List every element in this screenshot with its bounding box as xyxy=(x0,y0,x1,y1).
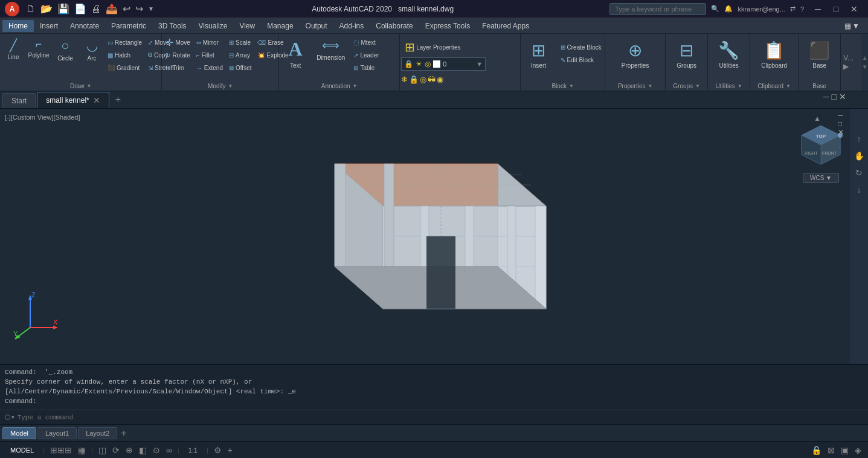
layer-dropdown[interactable]: 🔒 ☀ ◎ 0 ▼ xyxy=(401,57,486,71)
menu-3d-tools[interactable]: 3D Tools xyxy=(152,20,192,32)
print-icon[interactable]: 🖨 xyxy=(89,2,103,16)
status-viewport-icon[interactable]: ⊠ xyxy=(826,445,837,455)
zoom-in-btn[interactable]: ↑ xyxy=(852,132,866,146)
open-icon[interactable]: 📂 xyxy=(39,2,54,16)
ribbon-btn-insert[interactable]: ⊞ Insert xyxy=(522,39,556,80)
menu-add-ins[interactable]: Add-ins xyxy=(333,20,370,32)
ribbon-btn-offset[interactable]: ⊠Offset xyxy=(227,62,254,74)
block-dropdown-arrow[interactable]: ▼ xyxy=(569,83,574,89)
status-lock-icon[interactable]: 🔒 xyxy=(809,445,823,455)
menu-insert[interactable]: Insert xyxy=(34,20,64,32)
layer-dropdown-arrow[interactable]: ▼ xyxy=(476,60,483,68)
ribbon-btn-utilities[interactable]: 🔧 Utilities xyxy=(713,39,744,80)
search-input[interactable] xyxy=(609,3,706,15)
ribbon-btn-array[interactable]: ⊟Array xyxy=(227,49,254,61)
viewport-min-icon[interactable]: ─ xyxy=(823,92,829,102)
ribbon-btn-create-block[interactable]: ⊞Create Block xyxy=(558,41,604,53)
status-plus-icon[interactable]: + xyxy=(226,445,234,455)
layer-hide-icon[interactable]: 🕶 xyxy=(428,75,436,84)
pan-btn[interactable]: ✋ xyxy=(852,149,866,163)
ribbon-btn-fillet[interactable]: ⌐Fillet xyxy=(194,49,225,61)
modify-dropdown-arrow[interactable]: ▼ xyxy=(228,83,233,89)
menu-parametric[interactable]: Parametric xyxy=(105,20,152,32)
menu-output[interactable]: Output xyxy=(300,20,333,32)
status-otrack-icon[interactable]: ◧ xyxy=(137,445,149,455)
ribbon-btn-text[interactable]: A Text xyxy=(280,36,310,77)
ribbon-scroll-down[interactable]: ▼ xyxy=(862,63,868,70)
notification-icon[interactable]: 🔔 xyxy=(724,5,733,13)
status-scale-btn[interactable]: 1:1 xyxy=(183,445,203,456)
ribbon-expand[interactable]: V... ▶ xyxy=(841,34,861,91)
ribbon-btn-clipboard[interactable]: 📋 Clipboard xyxy=(756,39,792,80)
ribbon-btn-arc[interactable]: ◡ Arc xyxy=(80,36,104,77)
ribbon-btn-mirror[interactable]: ⇔Mirror xyxy=(194,36,225,48)
menu-home[interactable]: Home xyxy=(2,20,34,32)
status-ortho-icon[interactable]: ◫ xyxy=(97,445,108,455)
zoom-out-btn[interactable]: ↓ xyxy=(852,182,866,197)
user-name[interactable]: kkramer@eng... xyxy=(738,5,785,13)
ribbon-btn-move2[interactable]: ✛Move xyxy=(163,36,192,48)
viewport-max-icon[interactable]: □ xyxy=(832,92,837,102)
undo-icon[interactable]: ↩ xyxy=(121,2,132,16)
status-model-btn[interactable]: MODEL xyxy=(5,445,39,456)
menu-express-tools[interactable]: Express Tools xyxy=(419,20,476,32)
ribbon-btn-leader[interactable]: ↗Leader xyxy=(351,49,381,61)
status-hardware-icon[interactable]: ▣ xyxy=(839,445,850,455)
annotation-dropdown-arrow[interactable]: ▼ xyxy=(353,83,358,89)
menu-annotate[interactable]: Annotate xyxy=(64,20,105,32)
menu-collaborate[interactable]: Collaborate xyxy=(370,20,419,32)
close-button[interactable]: ✕ xyxy=(845,0,863,18)
workspace-dropdown[interactable]: ▦ ▼ xyxy=(838,20,866,32)
status-dynmode-icon[interactable]: ∞ xyxy=(164,445,174,455)
layer-unisolate-icon[interactable]: ◉ xyxy=(437,75,443,84)
ribbon-btn-layer-properties[interactable]: ⊞ Layer Properties xyxy=(401,39,464,56)
layout-tab-layout2[interactable]: Layout2 xyxy=(78,427,117,439)
status-ucs-icon[interactable]: ⊙ xyxy=(151,445,162,455)
layer-lock2-icon[interactable]: 🔒 xyxy=(409,75,419,84)
saveas-icon[interactable]: 📄 xyxy=(72,2,88,16)
ribbon-btn-hatch[interactable]: ▦Hatch xyxy=(105,49,144,61)
layer-iso-icon[interactable]: ◎ xyxy=(420,75,426,84)
layout-tab-layout1[interactable]: Layout1 xyxy=(37,427,77,439)
ribbon-btn-table[interactable]: ⊞Table xyxy=(351,62,381,74)
command-input[interactable] xyxy=(18,414,863,421)
status-snap-icon[interactable]: ▦ xyxy=(76,445,88,455)
layout-add-button[interactable]: + xyxy=(118,428,129,439)
dropdown-icon[interactable]: ▼ xyxy=(146,4,156,13)
ribbon-btn-polyline[interactable]: ⌐ Polyline xyxy=(27,36,51,77)
wcs-label[interactable]: WCS ▼ xyxy=(803,173,839,183)
save-icon[interactable]: 💾 xyxy=(56,2,71,16)
tab-add-button[interactable]: + xyxy=(111,91,126,108)
ribbon-btn-mtext[interactable]: ⬚Mtext xyxy=(351,36,381,48)
viewport-maximize-button[interactable]: ▲ xyxy=(810,111,825,126)
status-grid-icon[interactable]: ⊞⊞⊞ xyxy=(48,445,74,455)
ribbon-btn-edit-block[interactable]: ✎Edit Block xyxy=(558,54,604,66)
properties-dropdown-arrow[interactable]: ▼ xyxy=(648,83,652,89)
menu-featured-apps[interactable]: Featured Apps xyxy=(476,20,535,32)
publish-icon[interactable]: 📤 xyxy=(104,2,120,16)
status-isolate-icon[interactable]: ◈ xyxy=(853,445,863,455)
ribbon-btn-rotate[interactable]: ↻Rotate xyxy=(163,49,192,61)
autocad-logo[interactable]: A xyxy=(5,2,19,16)
ribbon-btn-line[interactable]: ╱ Line xyxy=(1,36,25,77)
ribbon-scroll-up[interactable]: ▲ xyxy=(862,54,868,61)
tab-start[interactable]: Start xyxy=(2,93,36,108)
ribbon-btn-extend[interactable]: →Extend xyxy=(194,62,225,74)
menu-view[interactable]: View xyxy=(233,20,261,32)
ribbon-btn-gradient[interactable]: ⬛Gradient xyxy=(105,62,144,74)
menu-visualize[interactable]: Visualize xyxy=(193,20,234,32)
layout-tab-model[interactable]: Model xyxy=(2,427,36,439)
viewport-x-icon[interactable]: ✕ xyxy=(839,92,846,102)
help-icon[interactable]: ? xyxy=(800,5,804,13)
draw-dropdown-arrow[interactable]: ▼ xyxy=(86,83,91,89)
ribbon-btn-scale[interactable]: ⊞Scale xyxy=(227,36,254,48)
clipboard-dropdown-arrow[interactable]: ▼ xyxy=(786,83,791,89)
search-icon[interactable]: 🔍 xyxy=(711,5,719,13)
exchange-icon[interactable]: ⇄ xyxy=(790,5,796,13)
status-osnap-icon[interactable]: ⊕ xyxy=(124,445,135,455)
redo-icon[interactable]: ↪ xyxy=(133,2,145,16)
maximize-button[interactable]: □ xyxy=(827,0,845,18)
tab-small-kennel[interactable]: small kennel* ✕ xyxy=(37,92,109,108)
status-polar-icon[interactable]: ⟳ xyxy=(111,445,121,455)
utilities-dropdown-arrow[interactable]: ▼ xyxy=(738,83,742,89)
